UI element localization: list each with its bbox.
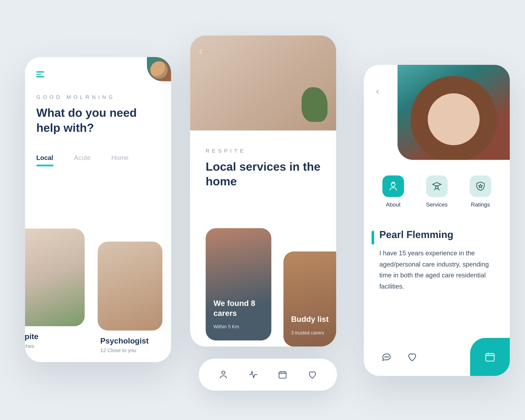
category-tabs: Local Acute Home <box>25 135 171 164</box>
svg-rect-1 <box>279 372 286 378</box>
card-image <box>25 229 85 326</box>
card-title: Buddy list <box>291 314 336 324</box>
calendar-icon <box>484 351 496 363</box>
hero-image: ‹ <box>190 35 336 130</box>
greeting-text: GOOD MOLRNING <box>25 78 171 105</box>
tab-label: Services <box>419 201 455 208</box>
back-button[interactable]: ‹ <box>199 44 202 57</box>
tab-label: Ratings <box>462 201 498 208</box>
tab-indicator <box>36 165 54 166</box>
favorite-icon[interactable] <box>407 352 417 362</box>
tab-label: About <box>375 201 411 208</box>
card-title: Psychologist <box>98 331 162 347</box>
card-title: We found 8 carers <box>214 299 263 318</box>
nav-profile-icon[interactable] <box>219 370 228 379</box>
svg-point-6 <box>388 357 388 357</box>
profile-photo <box>397 65 510 160</box>
svg-rect-7 <box>486 354 494 361</box>
badge-icon <box>470 175 491 197</box>
tab-about[interactable]: About <box>375 175 411 208</box>
profile-avatar[interactable] <box>147 57 171 81</box>
menu-icon[interactable] <box>36 70 44 78</box>
nurse-icon <box>382 175 404 197</box>
graduate-icon <box>426 175 448 197</box>
service-card-psychologist[interactable]: Psychologist 12 Close to you <box>98 242 162 362</box>
carer-name: Pearl Flemming <box>379 229 494 241</box>
card-subtitle: 12 Close to you <box>98 347 162 362</box>
tab-services[interactable]: Services <box>419 175 455 208</box>
carer-bio: I have 15 years experience in the aged/p… <box>379 248 494 292</box>
card-subtitle: 8 Matches <box>25 343 85 358</box>
back-button[interactable]: ‹ <box>376 85 379 97</box>
book-button[interactable] <box>470 338 510 376</box>
action-bar <box>364 338 510 376</box>
svg-point-2 <box>391 183 395 187</box>
service-card-respite[interactable]: Respite 8 Matches <box>25 229 85 362</box>
services-screen: ‹ RESPITE Local services in the home We … <box>190 35 336 346</box>
nav-activity-icon[interactable] <box>248 370 258 379</box>
category-label: RESPITE <box>190 131 336 160</box>
card-image <box>98 242 162 331</box>
headline: Local services in the home <box>190 160 336 189</box>
results-card-carers[interactable]: We found 8 carers Within 5 Km <box>206 228 271 341</box>
results-card-buddy[interactable]: Buddy list 3 trusted carers <box>283 252 336 346</box>
tab-home[interactable]: Home <box>111 154 129 161</box>
card-subtitle: Within 5 Km <box>214 324 239 329</box>
tab-local[interactable]: Local <box>36 154 53 161</box>
home-screen: GOOD MOLRNING What do you need help with… <box>25 57 171 362</box>
card-subtitle: 3 trusted carers <box>291 330 324 335</box>
profile-screen: ‹ About Services Ratings Pearl Flemming … <box>364 65 510 376</box>
svg-point-0 <box>222 371 225 374</box>
accent-bar <box>372 231 374 244</box>
bottom-nav <box>199 359 337 391</box>
svg-point-4 <box>385 357 385 357</box>
svg-point-5 <box>386 357 387 357</box>
tab-ratings[interactable]: Ratings <box>462 175 498 208</box>
chat-icon[interactable] <box>381 352 392 362</box>
nav-favorites-icon[interactable] <box>308 370 317 379</box>
profile-tabs: About Services Ratings <box>375 175 498 208</box>
tab-acute[interactable]: Acute <box>74 154 91 161</box>
headline: What do you need help with? <box>25 105 171 135</box>
card-title: Respite <box>25 326 85 343</box>
nav-calendar-icon[interactable] <box>278 370 287 379</box>
